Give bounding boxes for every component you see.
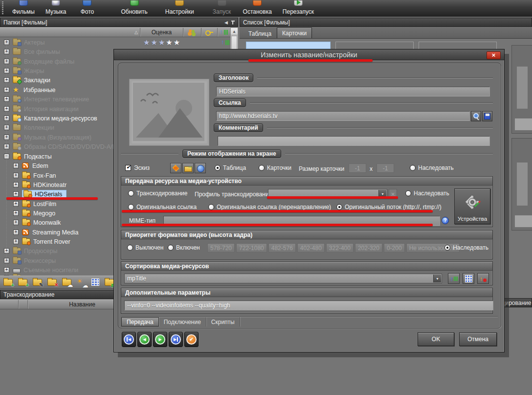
name-column-header[interactable]: △ xyxy=(0,28,140,37)
expand-plus-icon[interactable] xyxy=(13,230,19,235)
tab-table[interactable]: Таблица xyxy=(243,29,277,38)
card[interactable] xyxy=(511,45,532,134)
expand-plus-icon[interactable] xyxy=(13,220,19,225)
expand-plus-icon[interactable] xyxy=(13,182,19,187)
last-record-button[interactable] xyxy=(169,332,183,347)
tab-transfer[interactable]: Передача xyxy=(121,317,159,326)
expand-plus-icon[interactable] xyxy=(13,210,19,216)
extra-params-input[interactable] xyxy=(124,301,493,310)
comment-input[interactable] xyxy=(218,136,490,146)
folder-cloud-icon[interactable] xyxy=(62,279,71,286)
toolbar-stop-button[interactable]: Остановка xyxy=(239,0,276,15)
collapse-left-icon[interactable]: ◀ xyxy=(224,20,228,25)
sort-column-header[interactable] xyxy=(218,28,230,37)
transfer-inherit-radio[interactable]: Наследовать xyxy=(405,190,449,197)
card[interactable] xyxy=(511,138,532,231)
sort-ascending-icon[interactable] xyxy=(448,273,460,284)
expand-plus-icon[interactable] xyxy=(4,40,9,45)
expand-plus-icon[interactable] xyxy=(13,239,19,244)
expand-plus-icon[interactable] xyxy=(4,125,9,130)
random-sort-icon[interactable] xyxy=(463,273,474,284)
link-input[interactable] xyxy=(216,111,470,121)
toolbar-films-button[interactable]: Фильмы xyxy=(8,0,39,15)
help-icon[interactable] xyxy=(442,217,449,224)
expand-plus-icon[interactable] xyxy=(4,59,9,64)
expand-plus-icon[interactable] xyxy=(4,49,9,54)
toolbar-refresh-button[interactable]: Обновить xyxy=(116,0,152,15)
expand-plus-icon[interactable] xyxy=(13,173,19,178)
delete-folder-icon[interactable] xyxy=(47,279,57,286)
original-redirect-radio[interactable]: Оригинальная ссылка (перенаправление) xyxy=(208,204,331,210)
expand-plus-icon[interactable] xyxy=(4,258,9,263)
ok-button[interactable]: OK xyxy=(418,332,454,346)
display-cards-radio[interactable]: Карточки xyxy=(259,164,291,171)
collapse-minus-icon[interactable] xyxy=(4,154,9,159)
web-image-icon[interactable] xyxy=(195,163,206,173)
tree-item-actors[interactable]: Актеры xyxy=(0,38,238,47)
rating-column-header[interactable]: Оценка xyxy=(140,28,183,37)
expand-plus-icon[interactable] xyxy=(4,96,9,102)
card-selected[interactable] xyxy=(246,42,331,49)
scroll-up-icon[interactable] xyxy=(231,28,238,35)
tab-connection[interactable]: Подключение xyxy=(159,317,206,326)
priority-off-radio[interactable]: Выключен xyxy=(127,244,163,251)
tab-cards[interactable]: Карточки xyxy=(277,27,312,38)
load-image-icon[interactable] xyxy=(182,163,194,173)
add-subfolder-icon[interactable] xyxy=(18,279,27,286)
priority-on-radio[interactable]: Включен xyxy=(168,244,200,251)
expand-plus-icon[interactable] xyxy=(4,68,9,73)
expand-plus-icon[interactable] xyxy=(4,116,9,121)
first-record-button[interactable] xyxy=(122,332,136,347)
card[interactable] xyxy=(335,42,414,49)
sorting-dropdown[interactable]: mpTitle xyxy=(124,274,442,283)
card[interactable] xyxy=(419,42,497,49)
card-width-input xyxy=(349,163,366,173)
expand-plus-icon[interactable] xyxy=(13,191,19,197)
tab-scripts[interactable]: Скрипты xyxy=(206,317,240,326)
eskiz-checkbox[interactable]: Эскиз xyxy=(125,164,150,171)
grid-icon[interactable] xyxy=(91,279,99,286)
apply-record-button[interactable] xyxy=(184,332,199,347)
expand-plus-icon[interactable] xyxy=(13,163,19,168)
next-record-button[interactable] xyxy=(153,332,167,347)
weather-icon[interactable] xyxy=(77,279,86,286)
reset-image-icon[interactable] xyxy=(170,163,181,173)
prev-record-button[interactable] xyxy=(137,332,152,347)
save-icon[interactable] xyxy=(482,111,492,121)
expand-plus-icon[interactable] xyxy=(4,106,9,112)
refresh-folder-icon[interactable] xyxy=(105,279,114,286)
priority-inherit-radio[interactable]: Наследовать xyxy=(444,244,488,251)
add-folder-icon[interactable] xyxy=(3,279,13,286)
sort-remove-icon[interactable] xyxy=(477,273,489,284)
column-blank[interactable] xyxy=(0,300,19,309)
expand-plus-icon[interactable] xyxy=(4,248,9,254)
column-blank[interactable] xyxy=(19,300,28,309)
toolbar-settings-button[interactable]: Настройки xyxy=(161,0,199,15)
edit-folder-icon[interactable] xyxy=(33,279,42,286)
toolbar-music-button[interactable]: Музыка xyxy=(41,0,70,15)
toolbar-restart-button[interactable]: Перезапуск xyxy=(278,0,318,15)
expand-plus-icon[interactable] xyxy=(4,77,9,83)
display-inherit-radio[interactable]: Наследовать xyxy=(410,164,454,171)
key-column-header[interactable] xyxy=(201,28,218,37)
cancel-button[interactable]: Отмена xyxy=(459,332,497,346)
title-input[interactable] xyxy=(216,87,490,96)
pin-icon[interactable] xyxy=(231,21,235,24)
display-table-radio[interactable]: Таблица xyxy=(215,164,246,171)
close-icon[interactable] xyxy=(487,51,501,59)
expand-plus-icon[interactable] xyxy=(13,201,19,207)
access-column-header[interactable] xyxy=(183,28,201,37)
browse-search-icon[interactable] xyxy=(471,111,481,121)
expand-plus-icon[interactable] xyxy=(4,135,9,140)
original-stream-radio[interactable]: Оригинальный поток (http://, rtmp://) xyxy=(336,204,442,210)
transcoding-radio[interactable]: Транскодирование xyxy=(128,190,187,197)
toolbar-photo-button[interactable]: Фото xyxy=(72,0,102,15)
expand-plus-icon[interactable] xyxy=(4,87,9,93)
toolbar-drag-handle[interactable] xyxy=(2,1,3,15)
expand-plus-icon[interactable] xyxy=(4,144,9,149)
chevron-down-icon[interactable] xyxy=(433,275,441,282)
expand-plus-icon[interactable] xyxy=(4,267,9,273)
original-link-radio[interactable]: Оригинальная ссылка xyxy=(128,204,197,210)
height-buttons: 578-720 722-1080 482-576 402-480 322-400… xyxy=(207,243,460,253)
devices-button[interactable]: Устройства xyxy=(454,188,490,224)
